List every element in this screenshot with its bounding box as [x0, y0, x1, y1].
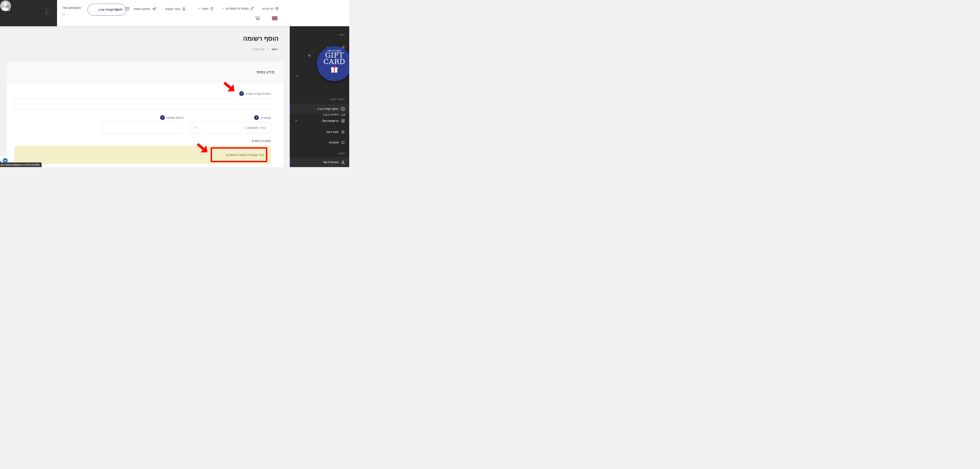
page-title: הוסף רשומה — [243, 35, 278, 42]
user-icon — [341, 160, 345, 164]
gift-card-badge[interactable]: לחצו לרכישת GIFT CARD — [317, 46, 349, 81]
sidebar-hidden-item-fragment[interactable]: לי — [308, 54, 310, 57]
online-status-dot — [7, 8, 10, 11]
sidebar-item-reviews-label: חוות דעת — [326, 130, 339, 134]
add-poi-pill-button[interactable]: הוסף נקודת עניין — [88, 4, 126, 16]
basic-info-card: מידע בסיסי כותרת נקודת העניין ? קטגוריה … — [7, 62, 284, 167]
sidebar-item-my-profile-label: הפרופיל שלי — [323, 161, 339, 164]
plus-circle-icon — [341, 107, 345, 111]
nav-skippers-stories[interactable]: סקיפרים מספרים — [222, 7, 254, 10]
main-content: הוסף רשומה ראשי ‹ לוח בקרה מידע בסיסי כו… — [0, 26, 290, 167]
category-label: קטגוריה — [261, 116, 271, 119]
sidebar-section-assets: המאגר נכסים — [330, 98, 345, 101]
dashboard-sidebar: ראשי לוח בקרה לי לחצו לרכישת GIFT CARD — [290, 26, 349, 167]
nav-my-user-label: המשתמש שלי — [62, 6, 81, 10]
plane-icon — [152, 7, 156, 11]
sidebar-item-add-poi[interactable]: הוסף נקודת עניין — [290, 104, 349, 114]
filters-label: מסננים נוספים — [252, 139, 271, 143]
chevron-down-icon — [198, 8, 200, 10]
keywords-label-row: מילות מפתח ? — [160, 115, 183, 120]
plus-circle-icon — [6, 4, 10, 8]
chevron-down-icon[interactable] — [62, 13, 65, 15]
chevron-down-icon — [222, 8, 224, 10]
filters-banner-text: בחר קטגוריה להצגה במסננים — [226, 153, 264, 157]
annotation-red-box: בחר קטגוריה להצגה במסננים — [211, 147, 267, 162]
breadcrumb-separator: ‹ — [267, 48, 268, 51]
keywords-label: מילות מפתח — [167, 116, 183, 119]
chevron-down-icon[interactable] — [296, 75, 298, 77]
gift-card-word2: CARD — [323, 59, 345, 65]
annotation-arrow-icon — [222, 81, 237, 93]
chevron-down-icon — [194, 127, 197, 129]
breadcrumb: ראשי ‹ לוח בקרה — [252, 48, 278, 51]
sidebar-item-reviews[interactable]: חוות דעת — [290, 127, 349, 137]
shopping-bag-icon — [210, 7, 213, 11]
category-select-value: בחר Category — [245, 126, 266, 130]
layers-icon — [341, 119, 345, 123]
category-select[interactable]: בחר Category — [190, 122, 271, 133]
sidebar-item-bookmarks[interactable]: סימניות — [290, 138, 349, 147]
nav-home[interactable]: דף הבית — [262, 7, 279, 11]
help-icon[interactable]: ? — [239, 91, 244, 96]
pencil-icon — [250, 7, 254, 10]
heart-icon — [341, 141, 345, 144]
nav-shop-label: חנות — [202, 7, 208, 11]
nav-home-label: דף הבית — [262, 7, 274, 11]
poi-title-input[interactable] — [14, 98, 271, 110]
sidebar-item-add-poi-label: הוסף נקודת עניין — [318, 107, 338, 111]
nav-flight-search[interactable]: חיפוש טיסות — [134, 7, 156, 11]
card-header: מידע בסיסי — [7, 62, 284, 82]
nav-skippers-stories-label: סקיפרים מספרים — [226, 7, 248, 10]
breadcrumb-current[interactable]: לוח בקרה — [252, 48, 264, 51]
app-screen: SKIPPERS · · · · דף הבית — [0, 0, 349, 167]
uk-flag-icon[interactable] — [272, 16, 277, 20]
sidebar-item-my-profile[interactable]: הפרופיל שלי — [290, 157, 349, 167]
poi-title-label-row: כותרת נקודת העניין ? — [239, 91, 271, 96]
nav-flight-search-label: חיפוש טיסות — [134, 7, 150, 11]
gift-box-icon — [330, 65, 339, 73]
skippers-logo: SKIPPERS · · · · — [41, 8, 52, 19]
status-bar-url: tps://www.skippers.co.il/my-profile/ — [0, 162, 41, 167]
sidebar-section-main: ראשי — [339, 33, 345, 36]
sidebar-item-my-records[interactable]: הרשומות שלי — [290, 116, 349, 126]
help-icon[interactable]: ? — [254, 115, 259, 120]
cart-icon[interactable] — [255, 15, 261, 21]
person-icon — [182, 7, 186, 11]
card-body: כותרת נקודת העניין ? קטגוריה ? מילות מפת… — [7, 82, 284, 167]
poi-title-label: כותרת נקודת העניין — [246, 92, 271, 95]
keywords-input[interactable] — [102, 122, 183, 133]
sidebar-item-my-records-label: הרשומות שלי — [321, 119, 339, 123]
anchor-icon — [44, 10, 49, 16]
location-pin-icon — [275, 7, 279, 11]
add-poi-pill-label: הוסף נקודת עניין — [99, 8, 122, 11]
breadcrumb-home[interactable]: ראשי — [271, 48, 278, 51]
chevron-down-icon — [295, 120, 298, 122]
sidebar-section-account: חשבון — [338, 152, 345, 155]
top-navbar: SKIPPERS · · · · דף הבית — [0, 0, 349, 26]
sidebar-item-bookmarks-label: סימניות — [329, 141, 339, 144]
skippers-logo-subtext: · · · · — [41, 16, 52, 17]
annotation-arrow-icon — [196, 142, 209, 154]
star-icon — [341, 130, 345, 134]
help-icon[interactable]: ? — [160, 115, 165, 120]
card-header-title: מידע בסיסי — [256, 70, 274, 74]
nav-professionals-label: בעלי מקצוע — [165, 7, 180, 11]
category-label-row: קטגוריה ? — [254, 115, 271, 120]
nav-my-user[interactable]: המשתמש שלי — [62, 6, 81, 10]
nav-shop[interactable]: חנות — [198, 7, 213, 11]
nav-professionals[interactable]: בעלי מקצוע — [165, 7, 186, 11]
